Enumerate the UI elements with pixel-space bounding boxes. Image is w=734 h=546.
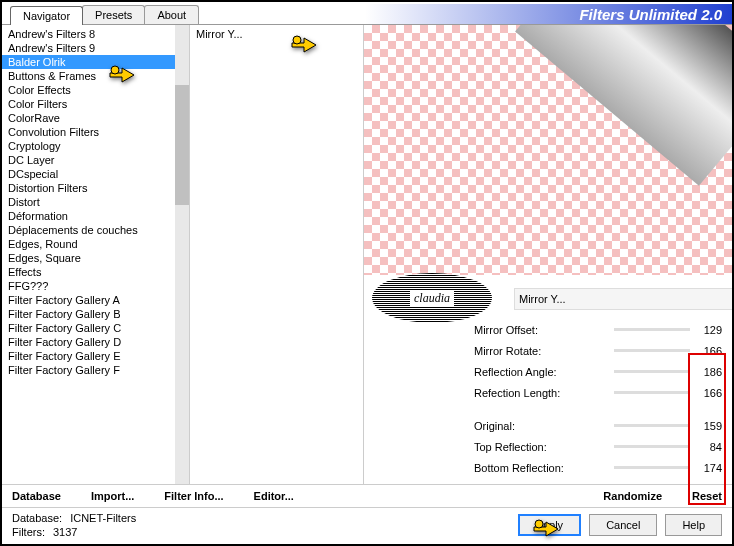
category-list[interactable]: Andrew's Filters 8Andrew's Filters 9Bald… bbox=[2, 25, 175, 484]
param-value: 84 bbox=[690, 441, 726, 453]
param-slider[interactable] bbox=[614, 349, 690, 352]
param-slider[interactable] bbox=[614, 328, 690, 331]
cancel-button[interactable]: Cancel bbox=[589, 514, 657, 536]
category-item[interactable]: Convolution Filters bbox=[2, 125, 175, 139]
db-value: ICNET-Filters bbox=[70, 512, 136, 524]
category-item[interactable]: Distort bbox=[2, 195, 175, 209]
param-slider[interactable] bbox=[614, 391, 690, 394]
category-item[interactable]: Distortion Filters bbox=[2, 181, 175, 195]
category-item[interactable]: Déplacements de couches bbox=[2, 223, 175, 237]
category-item[interactable]: Déformation bbox=[2, 209, 175, 223]
footer: Database:ICNET-Filters Filters:3137 Appl… bbox=[2, 508, 732, 542]
param-value: 166 bbox=[690, 345, 726, 357]
param-label: Bottom Reflection: bbox=[474, 462, 614, 474]
category-item[interactable]: DCspecial bbox=[2, 167, 175, 181]
category-item[interactable]: Cryptology bbox=[2, 139, 175, 153]
title-bar: Filters Unlimited 2.0 bbox=[208, 4, 732, 24]
editor-button[interactable]: Editor... bbox=[254, 490, 294, 502]
param-slider[interactable] bbox=[614, 424, 690, 427]
preview-image bbox=[364, 25, 732, 275]
help-button[interactable]: Help bbox=[665, 514, 722, 536]
category-item[interactable]: Andrew's Filters 8 bbox=[2, 27, 175, 41]
category-item[interactable]: ColorRave bbox=[2, 111, 175, 125]
category-item[interactable]: Edges, Square bbox=[2, 251, 175, 265]
filter-list-item[interactable]: Mirror Y... bbox=[196, 27, 357, 41]
category-scrollbar[interactable] bbox=[175, 25, 189, 484]
category-item[interactable]: Edges, Round bbox=[2, 237, 175, 251]
import-button[interactable]: Import... bbox=[91, 490, 134, 502]
toolbar: Database Import... Filter Info... Editor… bbox=[2, 484, 732, 508]
reset-button[interactable]: Reset bbox=[692, 490, 722, 502]
app-title: Filters Unlimited 2.0 bbox=[579, 6, 722, 23]
preview-panel: Mirror Y... Mirror Offset:129Mirror Rota… bbox=[364, 25, 732, 484]
category-item[interactable]: Filter Factory Gallery A bbox=[2, 293, 175, 307]
param-value: 129 bbox=[690, 324, 726, 336]
param-slider[interactable] bbox=[614, 466, 690, 469]
filter-info-button[interactable]: Filter Info... bbox=[164, 490, 223, 502]
param-slider[interactable] bbox=[614, 445, 690, 448]
category-panel: Andrew's Filters 8Andrew's Filters 9Bald… bbox=[2, 25, 190, 484]
param-label: Mirror Rotate: bbox=[474, 345, 614, 357]
parameter-list: Mirror Offset:129Mirror Rotate:166Reflec… bbox=[364, 311, 732, 478]
filters-count-value: 3137 bbox=[53, 526, 77, 538]
category-item[interactable]: Buttons & Frames bbox=[2, 69, 175, 83]
category-item[interactable]: Filter Factory Gallery D bbox=[2, 335, 175, 349]
filter-list-panel: Mirror Y... bbox=[190, 25, 364, 484]
param-row: Mirror Rotate:166 bbox=[474, 340, 726, 361]
category-item[interactable]: Color Effects bbox=[2, 83, 175, 97]
param-row: Original:159 bbox=[474, 415, 726, 436]
param-row: Mirror Offset:129 bbox=[474, 319, 726, 340]
param-label: Refection Length: bbox=[474, 387, 614, 399]
category-item[interactable]: Color Filters bbox=[2, 97, 175, 111]
footer-info: Database:ICNET-Filters Filters:3137 bbox=[12, 512, 136, 538]
param-slider[interactable] bbox=[614, 370, 690, 373]
tab-presets[interactable]: Presets bbox=[82, 5, 145, 24]
param-row: Reflection Angle:186 bbox=[474, 361, 726, 382]
category-item[interactable]: Effects bbox=[2, 265, 175, 279]
param-label: Reflection Angle: bbox=[474, 366, 614, 378]
category-item[interactable]: Filter Factory Gallery E bbox=[2, 349, 175, 363]
category-item[interactable]: FFG??? bbox=[2, 279, 175, 293]
tab-bar: Navigator Presets About bbox=[10, 5, 198, 24]
category-item[interactable]: Filter Factory Gallery F bbox=[2, 363, 175, 377]
scroll-thumb[interactable] bbox=[175, 85, 189, 205]
category-item[interactable]: Andrew's Filters 9 bbox=[2, 41, 175, 55]
param-label: Original: bbox=[474, 420, 614, 432]
apply-button[interactable]: Apply bbox=[518, 514, 582, 536]
db-label: Database: bbox=[12, 512, 62, 524]
category-item[interactable]: DC Layer bbox=[2, 153, 175, 167]
tab-navigator[interactable]: Navigator bbox=[10, 6, 83, 25]
param-value: 186 bbox=[690, 366, 726, 378]
param-value: 159 bbox=[690, 420, 726, 432]
param-value: 174 bbox=[690, 462, 726, 474]
filters-count-label: Filters: bbox=[12, 526, 45, 538]
tab-about[interactable]: About bbox=[144, 5, 199, 24]
category-item[interactable]: Filter Factory Gallery B bbox=[2, 307, 175, 321]
category-item[interactable]: Balder Olrik bbox=[2, 55, 175, 69]
watermark-text: claudia bbox=[410, 291, 454, 306]
param-label: Top Reflection: bbox=[474, 441, 614, 453]
category-item[interactable]: Filter Factory Gallery C bbox=[2, 321, 175, 335]
randomize-button[interactable]: Randomize bbox=[603, 490, 662, 502]
param-value: 166 bbox=[690, 387, 726, 399]
param-row: Refection Length:166 bbox=[474, 382, 726, 403]
watermark-badge: claudia bbox=[372, 273, 492, 323]
preview-content bbox=[515, 25, 732, 186]
current-filter-name: Mirror Y... bbox=[514, 288, 732, 310]
param-label: Mirror Offset: bbox=[474, 324, 614, 336]
param-row: Bottom Reflection:174 bbox=[474, 457, 726, 478]
param-row: Top Reflection:84 bbox=[474, 436, 726, 457]
database-button[interactable]: Database bbox=[12, 490, 61, 502]
